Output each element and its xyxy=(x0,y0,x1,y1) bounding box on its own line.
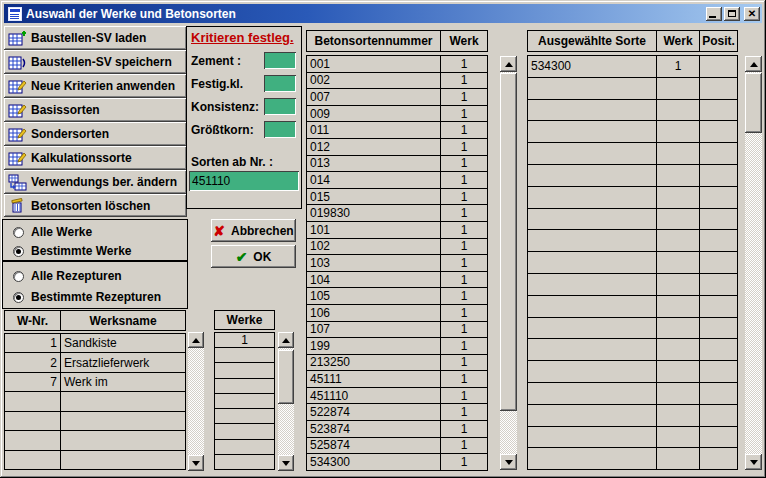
sondersorten-button[interactable]: Sondersorten xyxy=(4,122,187,146)
table-row[interactable]: 002 1 xyxy=(307,73,487,90)
sorten-ab-nr-input[interactable]: 451110 xyxy=(189,171,299,191)
table-row[interactable] xyxy=(5,431,185,450)
table-row[interactable]: 534300 1 xyxy=(307,454,487,470)
table-row[interactable] xyxy=(528,252,737,274)
table-row[interactable] xyxy=(528,296,737,318)
radio-icon[interactable] xyxy=(13,246,24,257)
scroll-up-button[interactable] xyxy=(500,56,517,72)
scrollbar-thumb[interactable] xyxy=(745,73,762,133)
close-button[interactable]: ✕ xyxy=(744,7,760,21)
table-row[interactable] xyxy=(528,143,737,165)
list-item[interactable] xyxy=(215,379,274,394)
table-row[interactable]: 009 1 xyxy=(307,106,487,123)
list-item[interactable] xyxy=(215,424,274,439)
konsistenz-field[interactable] xyxy=(264,98,296,115)
groesstkorn-field[interactable] xyxy=(264,121,296,138)
table-row[interactable]: 014 1 xyxy=(307,172,487,189)
table-row[interactable]: 45111 1 xyxy=(307,371,487,388)
scrollbar-track[interactable] xyxy=(188,348,204,455)
festigkl-field[interactable] xyxy=(264,75,296,92)
table-row[interactable] xyxy=(528,165,737,187)
scroll-up-button[interactable] xyxy=(745,56,762,72)
list-item[interactable] xyxy=(215,455,274,469)
table-row[interactable]: 451110 1 xyxy=(307,388,487,405)
scroll-down-button[interactable] xyxy=(278,455,294,471)
table-row[interactable]: 007 1 xyxy=(307,89,487,106)
table-row[interactable]: 015 1 xyxy=(307,189,487,206)
table-row[interactable]: 2 Ersatzlieferwerk xyxy=(5,353,185,372)
list-item[interactable] xyxy=(215,440,274,455)
table-row[interactable]: 523874 1 xyxy=(307,421,487,438)
maximize-button[interactable] xyxy=(724,7,740,21)
radio-icon[interactable] xyxy=(13,271,24,282)
ok-button[interactable]: ✔ OK xyxy=(211,245,296,268)
table-row[interactable] xyxy=(528,187,737,209)
scroll-up-button[interactable] xyxy=(278,332,294,348)
table-row[interactable] xyxy=(528,100,737,122)
table-row[interactable]: 103 1 xyxy=(307,255,487,272)
scroll-down-button[interactable] xyxy=(745,454,762,470)
table-row[interactable]: 019830 1 xyxy=(307,205,487,222)
table-row[interactable]: 106 1 xyxy=(307,305,487,322)
table-row[interactable]: 525874 1 xyxy=(307,438,487,455)
radio-alle-rezepturen[interactable]: Alle Rezepturen xyxy=(13,268,122,284)
table-row[interactable] xyxy=(5,451,185,469)
list-item[interactable] xyxy=(215,409,274,424)
table-row[interactable]: 001 1 xyxy=(307,56,487,73)
table-row[interactable] xyxy=(528,78,737,100)
scrollbar-track[interactable] xyxy=(500,72,517,454)
title-bar[interactable]: Auswahl der Werke und Betonsorten ✕ xyxy=(4,4,762,23)
table-row[interactable] xyxy=(5,392,185,411)
verwendungsber-aendern-button[interactable]: Verwendungs ber. ändern xyxy=(4,170,187,194)
scroll-down-button[interactable] xyxy=(500,454,517,470)
scrollbar-thumb[interactable] xyxy=(500,73,517,411)
kalkulationssorte-button[interactable]: Kalkulationssorte xyxy=(4,146,187,170)
radio-bestimmte-rezepturen[interactable]: Bestimmte Rezepturen xyxy=(13,289,161,305)
table-row[interactable] xyxy=(528,274,737,296)
minimize-button[interactable] xyxy=(706,7,722,21)
table-row[interactable] xyxy=(528,427,737,449)
radio-bestimmte-werke[interactable]: Bestimmte Werke xyxy=(13,243,132,259)
selected-scrollbar[interactable] xyxy=(745,56,762,470)
table-row[interactable]: 7 Werk im xyxy=(5,373,185,392)
scrollbar-track[interactable] xyxy=(745,72,762,454)
window-system-icon[interactable] xyxy=(8,7,22,21)
table-row[interactable]: 105 1 xyxy=(307,288,487,305)
list-item[interactable] xyxy=(215,394,274,409)
table-row[interactable]: 011 1 xyxy=(307,122,487,139)
table-row[interactable]: 102 1 xyxy=(307,239,487,256)
betonsorten-table[interactable]: 001 1 002 1 007 1 009 1 011 1 xyxy=(306,55,488,471)
table-row[interactable] xyxy=(528,383,737,405)
table-row[interactable] xyxy=(528,121,737,143)
neue-kriterien-anwenden-button[interactable]: Neue Kriterien anwenden xyxy=(4,74,187,98)
zement-field[interactable] xyxy=(264,52,296,69)
table-row[interactable] xyxy=(528,405,737,427)
selected-table[interactable]: 534300 1 xyxy=(527,55,738,470)
betonsorten-scrollbar[interactable] xyxy=(500,56,517,470)
scroll-up-button[interactable] xyxy=(188,332,204,348)
cancel-button[interactable]: ✘ Abbrechen xyxy=(211,219,296,242)
table-row[interactable]: 104 1 xyxy=(307,272,487,289)
table-row[interactable] xyxy=(528,339,737,361)
scrollbar-track[interactable] xyxy=(278,348,294,455)
table-row[interactable]: 522874 1 xyxy=(307,404,487,421)
betonsorten-loeschen-button[interactable]: Betonsorten löschen xyxy=(4,194,187,217)
table-row[interactable]: 101 1 xyxy=(307,222,487,239)
table-row[interactable] xyxy=(528,230,737,252)
werke-scrollbar[interactable] xyxy=(278,332,294,471)
table-row[interactable]: 213250 1 xyxy=(307,355,487,372)
table-row[interactable]: 012 1 xyxy=(307,139,487,156)
table-row[interactable]: 107 1 xyxy=(307,322,487,339)
table-row[interactable] xyxy=(528,448,737,469)
table-row[interactable]: 534300 1 xyxy=(528,56,737,78)
scroll-down-button[interactable] xyxy=(188,455,204,471)
baustellen-sv-laden-button[interactable]: Baustellen-SV laden xyxy=(4,26,187,50)
plants-scrollbar[interactable] xyxy=(188,332,204,471)
table-row[interactable]: 013 1 xyxy=(307,156,487,173)
baustellen-sv-speichern-button[interactable]: Baustellen-SV speichern xyxy=(4,50,187,74)
table-row[interactable] xyxy=(528,318,737,340)
radio-alle-werke[interactable]: Alle Werke xyxy=(13,224,92,240)
radio-icon[interactable] xyxy=(13,227,24,238)
scrollbar-thumb[interactable] xyxy=(278,350,294,404)
werke-list[interactable]: 1 xyxy=(214,332,275,470)
